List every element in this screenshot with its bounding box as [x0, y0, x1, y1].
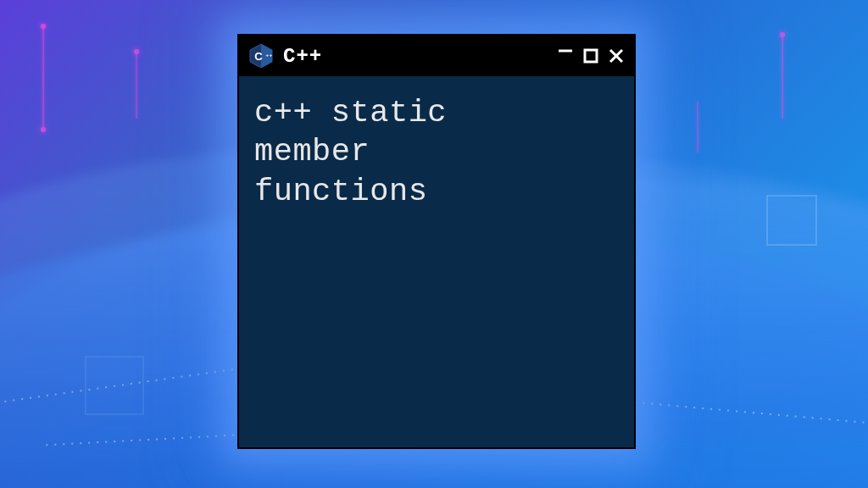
- cpp-icon: C + +: [248, 42, 275, 69]
- svg-rect-6: [585, 50, 597, 62]
- close-button[interactable]: [607, 47, 626, 65]
- terminal-content: c++ static member functions: [239, 76, 634, 228]
- minimize-button[interactable]: [556, 42, 575, 60]
- svg-text:+: +: [270, 53, 273, 58]
- svg-text:+: +: [266, 53, 270, 58]
- window-title: C++: [283, 45, 548, 68]
- svg-text:C: C: [254, 50, 263, 63]
- titlebar[interactable]: C + + C++: [239, 36, 634, 76]
- terminal-window: C + + C++ c++ static member functions: [237, 34, 636, 449]
- window-controls: [556, 47, 626, 65]
- maximize-button[interactable]: [581, 47, 600, 65]
- terminal-text: c++ static member functions: [254, 93, 619, 211]
